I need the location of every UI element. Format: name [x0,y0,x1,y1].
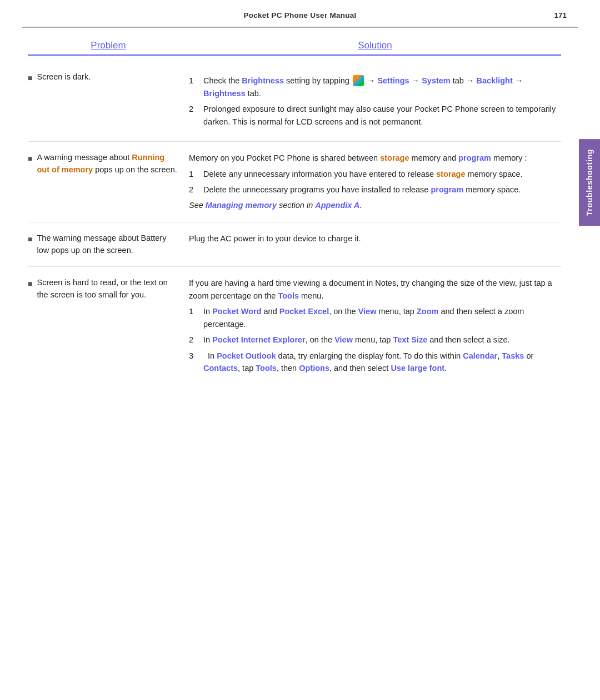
problem-text: Screen is dark. [37,71,91,83]
solution-intro: If you are having a hard time viewing a … [189,277,561,302]
bullet-icon: ■ [28,153,32,164]
problem-column: ■ Screen is hard to read, or the text on… [28,277,189,301]
list-number: 2 [189,183,198,196]
list-item: 1 Check the Brightness setting by tappin… [189,75,561,100]
see-section: See Managing memory section in Appendix … [189,199,561,211]
view2-link: View [334,335,353,344]
solution-column: 1 Check the Brightness setting by tappin… [189,71,561,131]
list-item-text: In Pocket Internet Explorer, on the View… [203,334,561,346]
view-link: View [358,307,377,316]
solution-list: 1 Check the Brightness setting by tappin… [189,75,561,128]
problem-column: ■ Screen is dark. [28,71,189,83]
list-item-text: Prolonged exposure to direct sunlight ma… [203,103,561,128]
tools2-link: Tools [256,364,277,373]
side-tab-troubleshooting: Trouble­shooting [579,139,600,226]
program2-link: program [431,185,463,194]
pocket-word-link: Pocket Word [212,307,261,316]
problem-column: ■ A warning message about Running out of… [28,152,189,176]
zoom-link: Zoom [417,307,438,316]
brightness-link: Brightness [242,76,284,85]
list-number: 1 [189,75,198,87]
use-large-font-link: Use large font [391,364,444,373]
managing-memory-link: Managing memory [206,201,277,210]
problem-text: The warning message about Battery low po… [37,232,178,257]
list-item-text: Delete any unnecessary information you h… [203,168,561,180]
table-row: ■ The warning message about Battery low … [28,222,561,267]
settings-link: Settings [377,76,409,85]
storage-link: storage [380,153,409,162]
list-number: 3 [189,350,198,362]
list-number: 2 [189,103,198,115]
solution-intro: Memory on you Pocket PC Phone is shared … [189,152,561,164]
side-tab-label: Trouble­shooting [584,149,595,216]
list-item: 2 In Pocket Internet Explorer, on the Vi… [189,334,561,346]
bullet-icon: ■ [28,72,32,83]
solution-column: Plug the AC power in to your device to c… [189,232,561,245]
settings-icon [353,75,364,86]
pocket-excel-link: Pocket Excel [279,307,329,316]
list-item: 2 Delete the unnecessary programs you ha… [189,183,561,196]
solution-list: 1 Delete any unnecessary information you… [189,168,561,196]
main-content: Problem Solution ■ Screen is dark. 1 [0,28,600,405]
problem-text: Screen is hard to read, or the text on t… [37,277,178,301]
system-link: System [422,76,451,85]
table-row: ■ Screen is dark. 1 Check the Brightness… [28,61,561,142]
table-row: ■ Screen is hard to read, or the text on… [28,267,561,388]
page-wrapper: Pocket PC Phone User Manual 171 Trouble­… [0,0,600,405]
appendix-a-link: Appendix A [315,201,359,210]
list-item: 1 In Pocket Word and Pocket Excel, on th… [189,305,561,330]
list-item-text: In Pocket Outlook data, try enlarging th… [203,350,561,375]
list-item-text: Delete the unnecessary programs you have… [203,183,561,196]
list-number: 1 [189,305,198,317]
brightness2-link: Brightness [203,89,246,98]
table-row: ■ A warning message about Running out of… [28,142,561,222]
page-header: Pocket PC Phone User Manual 171 [0,0,600,27]
solution-column: If you are having a hard time viewing a … [189,277,561,378]
list-item: 2 Prolonged exposure to direct sunlight … [189,103,561,128]
calendar-link: Calendar [463,351,497,360]
solution-column: Memory on you Pocket PC Phone is shared … [189,152,561,212]
tasks-link: Tasks [502,351,524,360]
simple-solution-text: Plug the AC power in to your device to c… [189,234,361,243]
backlight-link: Backlight [476,76,512,85]
page-number: 171 [554,10,567,21]
list-item-text: Check the Brightness setting by tapping … [203,75,561,100]
list-item: 3 In Pocket Outlook data, try enlarging … [189,350,561,375]
problem-column-header: Problem [28,39,189,56]
problem-text: A warning message about Running out of m… [37,152,178,176]
contacts-link: Contacts [203,364,238,373]
pocket-ie-link: Pocket Internet Explorer [212,335,306,344]
tools-link: Tools [278,291,299,300]
solution-column-header: Solution [189,39,561,56]
bullet-icon: ■ [28,234,32,245]
solution-list: 1 In Pocket Word and Pocket Excel, on th… [189,305,561,374]
problem-column: ■ The warning message about Battery low … [28,232,189,257]
manual-title: Pocket PC Phone User Manual [243,10,356,21]
running-out-of-memory-text: Running out of memory [37,153,164,174]
program-link: program [458,153,491,162]
list-item-text: In Pocket Word and Pocket Excel, on the … [203,305,561,330]
list-number: 1 [189,168,198,180]
table-body: ■ Screen is dark. 1 Check the Brightness… [28,61,561,388]
text-size-link: Text Size [393,335,427,344]
options-link: Options [299,364,329,373]
columns-header: Problem Solution [28,39,561,56]
storage2-link: storage [436,170,465,178]
pocket-outlook-link: Pocket Outlook [217,351,276,360]
bullet-icon: ■ [28,278,32,289]
list-number: 2 [189,334,198,346]
content-area: Trouble­shooting Problem Solution ■ Scre… [0,28,600,405]
list-item: 1 Delete any unnecessary information you… [189,168,561,180]
